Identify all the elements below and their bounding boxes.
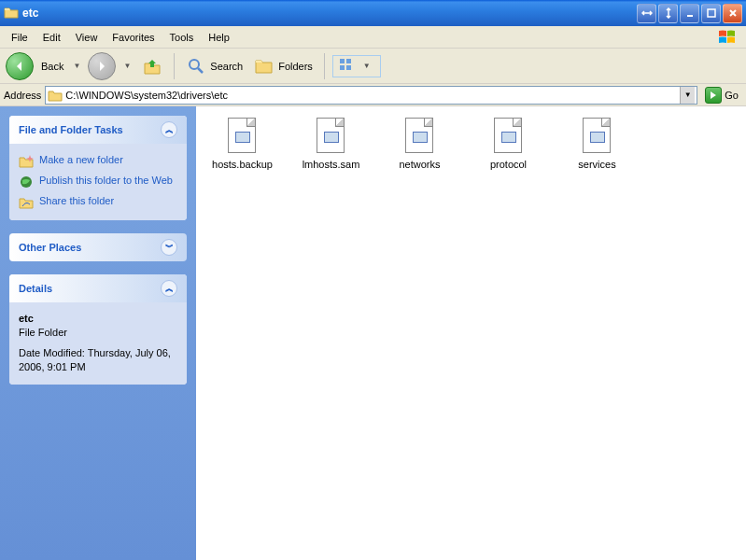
file-label: services xyxy=(578,159,615,170)
address-dropdown[interactable]: ▼ xyxy=(680,87,695,104)
menu-help[interactable]: Help xyxy=(201,30,237,45)
address-label: Address xyxy=(4,90,41,101)
places-panel: Other Places ︾ xyxy=(9,233,187,261)
up-button[interactable] xyxy=(138,54,166,78)
details-panel: Details ︽ etc File Folder Date Modified:… xyxy=(9,274,187,385)
close-button[interactable] xyxy=(723,4,742,23)
minimize-button[interactable] xyxy=(680,4,699,23)
maximize-button[interactable] xyxy=(701,4,721,23)
file-label: lmhosts.sam xyxy=(303,159,360,170)
window-title: etc xyxy=(22,7,637,20)
folders-button[interactable]: Folders xyxy=(250,54,317,78)
details-folder-name: etc xyxy=(19,312,177,326)
places-header[interactable]: Other Places ︾ xyxy=(9,233,187,261)
file-icon xyxy=(583,118,612,155)
menu-favorites[interactable]: Favorites xyxy=(105,30,162,45)
details-modified: Date Modified: Thursday, July 06, 2006, … xyxy=(19,346,177,375)
addressbar: Address ▼ Go xyxy=(0,84,746,106)
menu-tools[interactable]: Tools xyxy=(162,30,202,45)
svg-point-1 xyxy=(190,60,199,69)
file-icon xyxy=(228,118,258,155)
file-icon xyxy=(405,118,435,155)
chevron-down-icon: ▼ xyxy=(359,62,374,70)
file-item[interactable]: protocol xyxy=(473,118,543,170)
task-share[interactable]: Share this folder xyxy=(19,192,177,213)
details-header[interactable]: Details ︽ xyxy=(9,274,187,302)
chevron-up-icon: ︽ xyxy=(161,121,177,138)
back-dropdown[interactable]: ▼ xyxy=(69,62,84,70)
views-button[interactable]: ▼ xyxy=(332,55,381,77)
share-icon xyxy=(19,195,34,210)
task-publish[interactable]: Publish this folder to the Web xyxy=(19,172,177,192)
details-folder-type: File Folder xyxy=(19,326,177,340)
file-item[interactable]: services xyxy=(562,118,632,170)
svg-rect-5 xyxy=(346,65,351,70)
file-item[interactable]: networks xyxy=(385,118,455,170)
forward-button[interactable] xyxy=(88,52,116,80)
toolbar: Back ▼ ▼ Search Folders ▼ xyxy=(0,49,746,84)
menu-edit[interactable]: Edit xyxy=(35,30,68,45)
up-folder-icon xyxy=(142,56,162,77)
folders-icon xyxy=(254,56,274,77)
go-button[interactable]: Go xyxy=(701,87,742,104)
tasks-panel: File and Folder Tasks ︽ Make a new folde… xyxy=(9,116,187,220)
file-icon xyxy=(317,118,346,155)
folder-icon xyxy=(48,89,63,102)
folder-icon xyxy=(4,6,19,21)
details-title: Details xyxy=(19,283,161,294)
task-label: Share this folder xyxy=(39,195,114,206)
chevron-up-icon: ︽ xyxy=(161,280,177,297)
search-icon xyxy=(186,56,206,77)
go-icon xyxy=(705,87,722,104)
svg-rect-3 xyxy=(346,59,351,63)
file-label: networks xyxy=(399,159,440,170)
resize-v-button[interactable] xyxy=(658,4,678,23)
file-label: hosts.backup xyxy=(212,159,273,170)
file-list: hosts.backup lmhosts.sam networks protoc… xyxy=(196,106,746,560)
task-label: Publish this folder to the Web xyxy=(39,175,173,186)
menu-file[interactable]: File xyxy=(4,30,35,45)
back-label[interactable]: Back xyxy=(41,61,63,72)
new-folder-icon xyxy=(19,154,34,169)
address-field[interactable]: ▼ xyxy=(45,86,697,105)
folders-label: Folders xyxy=(278,61,313,72)
task-new-folder[interactable]: Make a new folder xyxy=(19,151,177,172)
separator xyxy=(174,53,175,79)
svg-rect-0 xyxy=(708,9,715,17)
search-label: Search xyxy=(210,61,243,72)
file-item[interactable]: lmhosts.sam xyxy=(296,118,366,170)
file-icon xyxy=(494,118,524,155)
forward-dropdown[interactable]: ▼ xyxy=(120,62,134,70)
file-label: protocol xyxy=(490,159,527,170)
globe-icon xyxy=(19,175,34,189)
svg-rect-4 xyxy=(340,65,345,70)
back-button[interactable] xyxy=(6,52,34,80)
places-title: Other Places xyxy=(19,242,161,253)
menubar: File Edit View Favorites Tools Help xyxy=(0,26,746,49)
tasks-header[interactable]: File and Folder Tasks ︽ xyxy=(9,116,187,144)
titlebar: etc xyxy=(0,0,746,26)
file-item[interactable]: hosts.backup xyxy=(207,118,277,170)
tasks-title: File and Folder Tasks xyxy=(19,124,161,135)
resize-h-button[interactable] xyxy=(637,4,656,23)
task-label: Make a new folder xyxy=(39,154,123,165)
separator xyxy=(324,53,325,79)
menu-view[interactable]: View xyxy=(68,30,106,45)
svg-rect-2 xyxy=(340,59,345,63)
address-input[interactable] xyxy=(65,90,680,101)
sidebar: File and Folder Tasks ︽ Make a new folde… xyxy=(0,106,196,560)
search-button[interactable]: Search xyxy=(182,54,246,78)
go-label: Go xyxy=(725,90,739,101)
windows-flag-icon[interactable] xyxy=(712,28,742,47)
views-icon xyxy=(339,58,356,75)
chevron-down-icon: ︾ xyxy=(161,239,177,256)
